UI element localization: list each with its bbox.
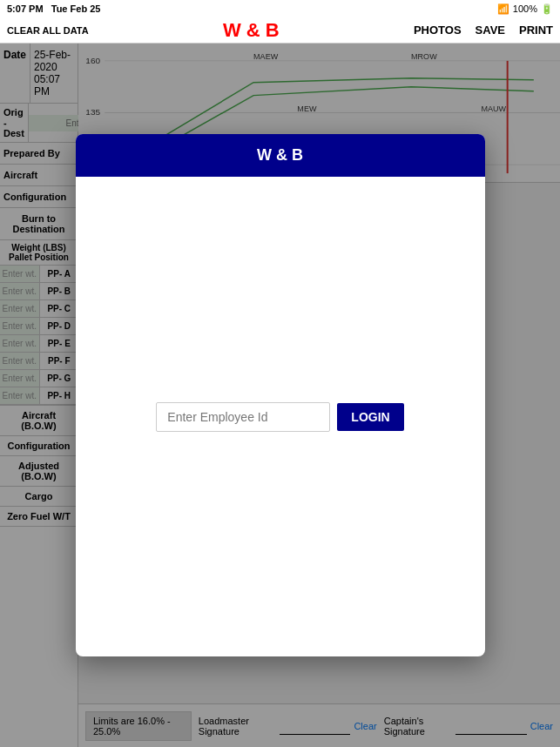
login-modal: W & B LOGIN — [76, 134, 485, 656]
login-button[interactable]: LOGIN — [337, 403, 403, 431]
time-display: 5:07 PM — [7, 3, 44, 14]
day-display: Tue Feb 25 — [51, 3, 101, 14]
print-button[interactable]: PRINT — [519, 24, 553, 37]
photos-button[interactable]: PHOTOS — [414, 24, 462, 37]
app-title: W & B — [89, 19, 414, 42]
modal-header: W & B — [76, 134, 485, 177]
status-time: 5:07 PM Tue Feb 25 — [7, 3, 100, 14]
modal-overlay: W & B LOGIN — [0, 44, 560, 747]
battery-icon: 🔋 — [541, 3, 553, 15]
save-button[interactable]: SAVE — [476, 24, 505, 37]
employee-id-input[interactable] — [156, 402, 330, 432]
right-panel: 160 135 MAEW MROW MEW MAUW Limits are 16… — [78, 44, 560, 747]
nav-actions: PHOTOS SAVE PRINT — [414, 24, 553, 37]
modal-body: LOGIN — [76, 177, 485, 656]
login-row: LOGIN — [156, 402, 403, 432]
battery-level: 100% — [513, 3, 537, 14]
wifi-icon: 📶 — [497, 3, 509, 15]
top-nav: CLEAR ALL DATA W & B PHOTOS SAVE PRINT — [0, 17, 560, 44]
clear-all-button[interactable]: CLEAR ALL DATA — [7, 25, 89, 36]
main-content: Date 25-Feb-2020 05:07 PM Orig - Dest Pr… — [0, 44, 560, 747]
status-bar: 5:07 PM Tue Feb 25 📶 100% 🔋 — [0, 0, 560, 17]
status-right: 📶 100% 🔋 — [497, 3, 553, 15]
